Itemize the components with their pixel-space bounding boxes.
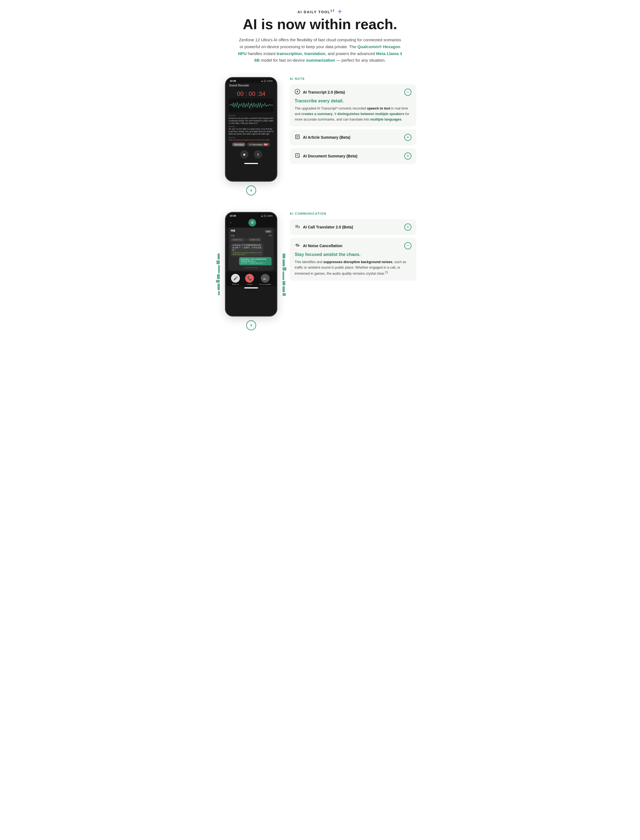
person-left: 阿業 xyxy=(231,235,235,237)
transcript-card-header: AI Transcript 2.0 (Beta) − xyxy=(294,89,411,96)
ai-note-info: AI NOTE AI Transcript 2.0 (Beta) − xyxy=(290,77,416,167)
highlight-summarization: summarization xyxy=(306,58,335,62)
timer-red: 34 xyxy=(259,89,266,98)
mute-btn[interactable]: 🎤 Mute mic xyxy=(231,274,240,285)
transcript-body: Transcribe every detail. The upgraded AI… xyxy=(294,99,411,122)
transcript-text-1: Excuse me, do you have a moment? We're t… xyxy=(229,117,274,125)
transcript-line-2: 00:00:11 Oh, yes! "La Zen Italia" is a g… xyxy=(229,126,274,136)
powered-by: powered by Google xyxy=(231,266,272,269)
recorder-tabs: Recording Tr Transcription New xyxy=(226,141,277,148)
transcript-line-1: 00:00:00 Excuse me, do you have a moment… xyxy=(229,115,274,125)
noise-cancel-title-row: AI Noise Cancellation xyxy=(294,243,342,249)
lang-from[interactable]: Chinese Tra... xyxy=(231,238,244,241)
noise-cancel-body: Stay focused amidst the chaos. This iden… xyxy=(294,252,411,276)
tab-new-badge: New xyxy=(264,144,268,145)
brand-superscript: 17 xyxy=(330,9,335,13)
right-waves xyxy=(283,254,286,296)
translate-badge: 译 xyxy=(248,219,256,227)
brand-row: AI DAILY TOOL17 xyxy=(224,9,416,14)
phone1-home-bar xyxy=(244,163,258,164)
stop-button[interactable]: ⏹ xyxy=(240,150,248,158)
phone1-frame: 10:36 ▲ ⬛ 100% Sound Recorder 00 : 00 :3… xyxy=(225,77,277,182)
left-waves xyxy=(216,254,220,295)
chat-translated-1: Hi, Melody! It was great meeting you at … xyxy=(232,252,262,255)
chat-original-right-1: Absolutely! I had a fantastic time chatt… xyxy=(241,258,270,262)
lang-selects: Chinese Tra... ⇄ English (US) xyxy=(231,238,272,241)
call-card: 阿業 Stop 阿業 Me Chinese Tra... ⇄ English (… xyxy=(229,228,274,271)
article-toggle[interactable]: + xyxy=(404,134,411,141)
pause-button[interactable]: ⏸ xyxy=(254,150,262,158)
call-people-row: 阿業 Me xyxy=(231,235,272,237)
call-translator-header: 译 AI Call Translator 2.0 (Beta) + xyxy=(294,224,411,231)
transcript-time-2: 00:00:11 xyxy=(229,126,274,128)
transcript-subtitle: Transcribe every detail. xyxy=(294,99,411,104)
feature-card-call-translator: 译 AI Call Translator 2.0 (Beta) + xyxy=(290,219,416,235)
feature-card-noise-cancel: AI Noise Cancellation − Stay focused ami… xyxy=(290,238,416,281)
chat-bubble-left-1: Hi Melody! 今天在咖啡館遇見你真是太棒了！一起聊天，分享生活真好！ H… xyxy=(231,243,263,256)
speaker-circle: 🔈 xyxy=(261,274,270,283)
document-card-header: AI Document Summary (Beta) + xyxy=(294,152,411,160)
chat-bubble-right-1: Absolutely! I had a fantastic time chatt… xyxy=(239,257,272,265)
phone1-status-bar: 10:36 ▲ ⬛ 100% xyxy=(226,78,277,83)
pause-icon-1: ⏸ xyxy=(250,188,253,192)
article-card-header: AI Article Summary (Beta) + xyxy=(294,134,411,141)
document-title-row: AI Document Summary (Beta) xyxy=(294,153,357,160)
call-translator-title: AI Call Translator 2.0 (Beta) xyxy=(303,225,353,229)
mute-label: Mute mic xyxy=(232,283,239,285)
transcript-time-1: 00:00:00 xyxy=(229,115,274,117)
noise-cancel-toggle[interactable]: − xyxy=(404,242,411,249)
call-top-icons: ✕ 译 xyxy=(226,218,277,228)
chat-original-1: Hi Melody! 今天在咖啡館遇見你真是太棒了！一起聊天，分享生活真好！ xyxy=(232,244,262,252)
noise-cancel-subtitle: Stay focused amidst the chaos. xyxy=(294,252,411,257)
call-translator-toggle[interactable]: + xyxy=(404,224,411,231)
page-header: AI DAILY TOOL17 AI is now within reach. … xyxy=(224,9,416,64)
phone2-home-bar xyxy=(244,287,258,288)
article-title-row: AI Article Summary (Beta) xyxy=(294,134,350,141)
sparkle-icon xyxy=(337,9,342,14)
timer-main: 00 : 00 : xyxy=(237,90,259,97)
chat-translated-right-1: 你好问答！和你聊天真是太棒了！ xyxy=(241,262,270,264)
speaker-btn[interactable]: 🔈 Turn on speaker xyxy=(259,274,271,285)
document-icon xyxy=(294,153,300,160)
tab-recording[interactable]: Recording xyxy=(232,142,245,147)
lang-to[interactable]: English (US) xyxy=(248,238,261,241)
noise-cancel-title: AI Noise Cancellation xyxy=(303,244,342,248)
transcript-time-3: 00:00:30 xyxy=(229,137,274,139)
chat-right-wrapper: Absolutely! I had a fantastic time chatt… xyxy=(231,257,272,266)
phone1-icons: ▲ ⬛ 100% xyxy=(261,80,273,82)
call-contact-name: 阿業 xyxy=(231,229,235,232)
feature-card-transcript: AI Transcript 2.0 (Beta) − Transcribe ev… xyxy=(290,84,416,126)
call-translator-title-row: 译 AI Call Translator 2.0 (Beta) xyxy=(294,224,353,231)
document-toggle[interactable]: + xyxy=(404,152,411,160)
highlight-transcription: transcription xyxy=(277,51,302,56)
noise-cancel-icon xyxy=(294,243,300,249)
waveform-area xyxy=(229,99,274,112)
phone2-status-bar: 10:36 ▲ ⬛ 100% xyxy=(226,213,277,218)
stop-btn[interactable]: Stop xyxy=(265,230,272,233)
transcript-title-row: AI Transcript 2.0 (Beta) xyxy=(294,89,345,96)
tab-transcription[interactable]: Tr Transcription New xyxy=(247,142,270,147)
article-icon xyxy=(294,134,300,141)
ai-note-label: AI NOTE xyxy=(290,77,416,80)
phone2-frame: 10:36 ▲ ⬛ 100% ✕ 译 阿業 Stop 阿業 Me Chinese… xyxy=(225,212,277,316)
recorder-controls: ⏹ ⏸ xyxy=(226,148,277,162)
document-title: AI Document Summary (Beta) xyxy=(303,154,357,158)
ai-note-section: 10:36 ▲ ⬛ 100% Sound Recorder 00 : 00 :3… xyxy=(224,77,416,195)
svg-text:译: 译 xyxy=(295,225,298,228)
call-translator-icon: 译 xyxy=(294,224,300,231)
phone1-time: 10:36 xyxy=(230,80,236,82)
feature-card-document: AI Document Summary (Beta) + xyxy=(290,148,416,164)
tab-transcription-label: Tr Transcription xyxy=(249,144,262,145)
phone1-pause-indicator: ⏸ xyxy=(246,185,256,195)
transcript-line-3: 00:00:30 Okay, two blocks straight and t… xyxy=(229,137,274,141)
phone2-pause-indicator: ⏸ xyxy=(246,320,256,330)
pause-icon-2: ⏸ xyxy=(250,323,253,327)
noise-cancel-desc: This identifies and suppresses disruptiv… xyxy=(294,259,411,276)
cancel-label: Cancel xyxy=(247,283,252,285)
transcript-title: AI Transcript 2.0 (Beta) xyxy=(303,90,345,94)
cancel-btn[interactable]: 📞 Cancel xyxy=(245,274,254,285)
transcript-toggle[interactable]: − xyxy=(404,89,411,96)
cancel-circle: 📞 xyxy=(245,274,254,283)
page-subtitle: Zenfone 12 Ultra's AI offers the flexibi… xyxy=(237,37,403,64)
tab-recording-label: Recording xyxy=(234,144,243,145)
